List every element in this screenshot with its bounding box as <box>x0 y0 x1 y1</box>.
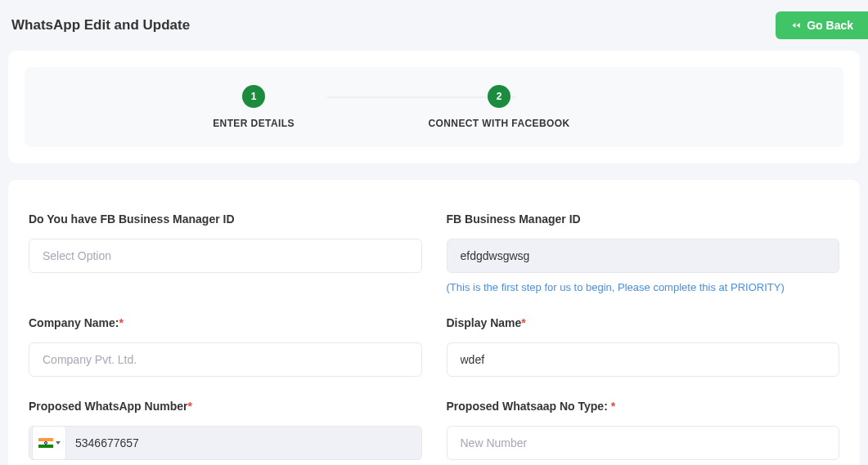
stepper-card: 1 ENTER DETAILS 2 CONNECT WITH FACEBOOK <box>8 51 860 163</box>
company-name-input[interactable] <box>29 342 422 377</box>
step-number-2: 2 <box>488 85 510 108</box>
required-asterisk: * <box>611 400 615 413</box>
fb-manager-id-helper: (This is the first step for us to begin,… <box>447 281 840 293</box>
display-name-label-text: Display Name <box>447 316 522 329</box>
required-asterisk: * <box>187 400 191 413</box>
step-label-2: CONNECT WITH FACEBOOK <box>428 118 569 129</box>
proposed-whatsapp-label-text: Proposed WhatsApp Number <box>29 400 187 413</box>
proposed-whatsapp-type-label: Proposed Whatsaap No Type: * <box>447 400 840 413</box>
step-number-1: 1 <box>242 85 265 108</box>
step-connect-with-facebook[interactable]: 2 CONNECT WITH FACEBOOK <box>352 85 646 129</box>
india-flag-icon <box>38 438 53 448</box>
proposed-whatsapp-label: Proposed WhatsApp Number* <box>29 400 422 413</box>
proposed-whatsapp-type-input[interactable] <box>447 426 840 460</box>
fb-manager-id-label: FB Business Manager ID <box>447 212 840 226</box>
fb-manager-question-select[interactable]: Select Option <box>29 239 422 273</box>
company-name-label: Company Name:* <box>29 316 422 329</box>
rewind-icon <box>790 20 802 31</box>
display-name-input[interactable] <box>447 342 840 377</box>
display-name-label: Display Name* <box>447 316 840 329</box>
required-asterisk: * <box>521 316 525 329</box>
country-flag-picker[interactable] <box>32 426 66 460</box>
required-asterisk: * <box>119 316 123 329</box>
proposed-whatsapp-type-label-text: Proposed Whatsaap No Type: <box>447 400 611 413</box>
company-name-label-text: Company Name: <box>29 316 119 329</box>
chevron-down-icon <box>56 441 61 445</box>
go-back-button[interactable]: Go Back <box>776 11 868 39</box>
stepper: 1 ENTER DETAILS 2 CONNECT WITH FACEBOOK <box>25 67 843 147</box>
form-card: Do You have FB Business Manager ID Selec… <box>8 180 860 465</box>
step-label-1: ENTER DETAILS <box>213 118 295 129</box>
fb-manager-question-label: Do You have FB Business Manager ID <box>29 212 422 226</box>
page-title: WhatsApp Edit and Update <box>11 17 190 34</box>
go-back-label: Go Back <box>807 19 853 32</box>
fb-manager-id-input[interactable] <box>447 239 840 273</box>
proposed-whatsapp-input[interactable] <box>29 426 422 460</box>
